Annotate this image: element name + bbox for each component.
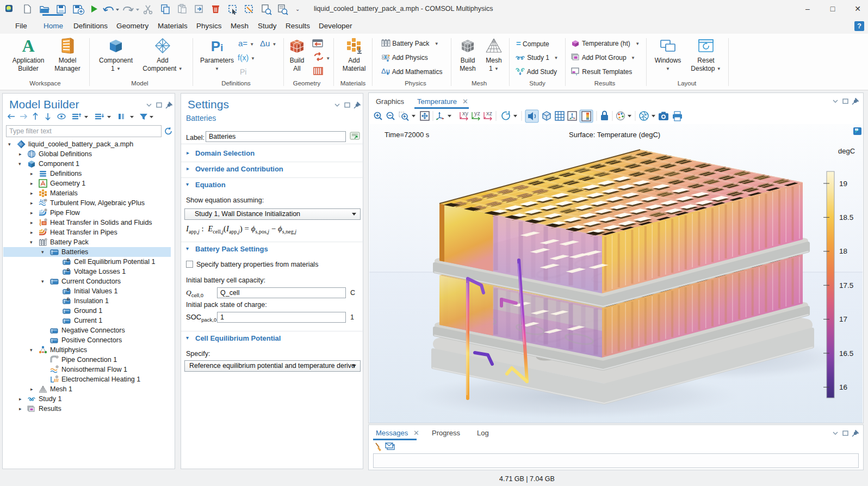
svg-text:Pi: Pi	[211, 38, 223, 54]
svg-text:D: D	[67, 297, 70, 301]
svg-text:D: D	[67, 268, 70, 272]
svg-text:17: 17	[839, 315, 847, 323]
svg-text:16: 16	[839, 383, 847, 391]
svg-text:18: 18	[839, 247, 847, 255]
svg-text:xy: xy	[462, 110, 469, 116]
svg-text:16.5: 16.5	[839, 349, 853, 358]
svg-text:A: A	[22, 37, 34, 54]
svg-text:yz: yz	[474, 110, 480, 116]
svg-text:D: D	[67, 258, 70, 262]
svg-text:17.5: 17.5	[839, 281, 853, 290]
svg-text:xz: xz	[486, 110, 492, 116]
svg-text:19: 19	[839, 180, 847, 188]
svg-text:18.5: 18.5	[839, 213, 853, 222]
svg-text:D: D	[67, 287, 70, 291]
